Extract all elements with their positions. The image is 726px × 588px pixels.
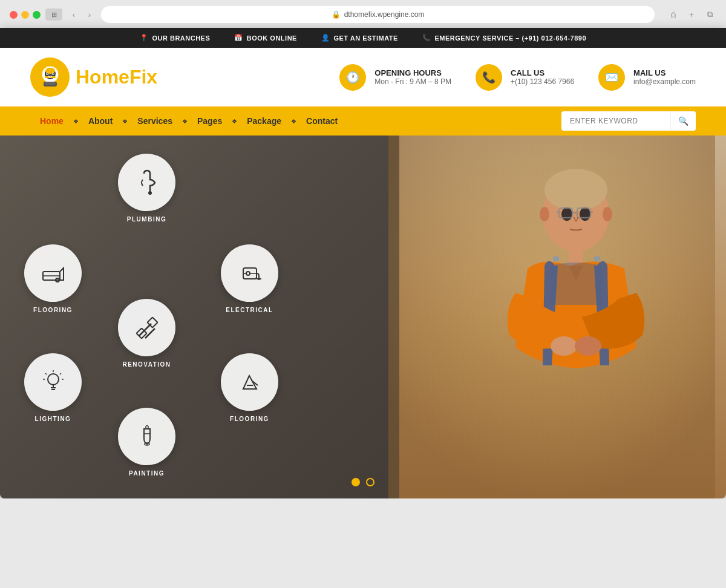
logo-normal: Home xyxy=(76,66,129,88)
service-renovation[interactable]: RENOVATION xyxy=(118,299,175,368)
svg-point-37 xyxy=(580,207,590,221)
flooring-label: FLOORING xyxy=(24,307,82,313)
book-online-link[interactable]: 📅 BOOK ONLINE xyxy=(234,34,297,42)
svg-point-43 xyxy=(540,207,549,221)
maximize-button[interactable] xyxy=(33,11,41,19)
svg-line-28 xyxy=(60,373,61,374)
sidebar-toggle[interactable]: ⊞ xyxy=(45,8,62,21)
slider-dots xyxy=(352,478,374,486)
flooring2-label: FLOORING xyxy=(221,416,278,422)
logo-icon xyxy=(30,57,70,97)
svg-point-36 xyxy=(561,207,572,221)
branches-link[interactable]: 📍 OUR BRANCHES xyxy=(140,34,210,42)
svg-rect-48 xyxy=(553,256,559,261)
logo-text: HomeFix xyxy=(76,66,157,88)
svg-point-44 xyxy=(603,207,612,221)
svg-point-8 xyxy=(53,73,54,74)
service-lighting[interactable]: LIGHTING xyxy=(24,353,82,422)
mail-text: MAIL US info@example.com xyxy=(633,68,696,86)
security-icon: 🔒 xyxy=(332,10,341,19)
new-tab-button[interactable]: + xyxy=(685,8,698,21)
service-flooring[interactable]: FLOORING xyxy=(24,244,82,313)
forward-button[interactable]: › xyxy=(83,8,96,21)
call-icon: 📞 xyxy=(476,64,502,91)
dot-1[interactable] xyxy=(352,478,360,486)
service-plumbing[interactable]: PLUMBING xyxy=(118,154,175,223)
lighting-label: LIGHTING xyxy=(24,416,82,422)
painting-label: PAINTING xyxy=(118,470,175,477)
nav-sep-5: ❖ xyxy=(291,118,296,125)
hero-section: PLUMBING FLOORING xyxy=(0,136,726,498)
electrical-label: ELECTRICAL xyxy=(221,307,278,313)
svg-point-35 xyxy=(544,169,607,211)
call-title: CALL US xyxy=(511,68,574,77)
opening-hours-subtitle: Mon - Fri : 9 AM – 8 PM xyxy=(374,77,451,86)
estimate-link[interactable]: 👤 GET AN ESTIMATE xyxy=(321,34,398,42)
nav-bar: Home ❖ About ❖ Services ❖ Pages ❖ Packag… xyxy=(0,106,726,136)
nav-home[interactable]: Home xyxy=(30,106,73,136)
svg-rect-49 xyxy=(594,256,600,261)
opening-hours-info: 🕐 OPENING HOURS Mon - Fri : 9 AM – 8 PM xyxy=(339,64,451,91)
logo-bold: Fix xyxy=(129,66,157,88)
svg-line-27 xyxy=(45,373,47,374)
service-electrical[interactable]: ELECTRICAL xyxy=(221,244,278,313)
mail-title: MAIL US xyxy=(633,68,696,77)
svg-rect-10 xyxy=(45,82,56,85)
nav-sep-4: ❖ xyxy=(232,118,237,125)
svg-point-16 xyxy=(246,272,250,275)
estimate-icon: 👤 xyxy=(321,34,330,42)
phone-icon: 📞 xyxy=(422,34,431,42)
back-button[interactable]: ‹ xyxy=(67,8,80,21)
windows-button[interactable]: ⧉ xyxy=(703,8,716,21)
plumbing-label: PLUMBING xyxy=(118,216,175,223)
browser-window: 📍 OUR BRANCHES 📅 BOOK ONLINE 👤 GET AN ES… xyxy=(0,28,726,498)
nav-sep-3: ❖ xyxy=(182,118,188,125)
mail-info: ✉️ MAIL US info@example.com xyxy=(598,64,696,91)
opening-hours-text: OPENING HOURS Mon - Fri : 9 AM – 8 PM xyxy=(374,68,451,86)
nav-pages[interactable]: Pages xyxy=(188,106,232,136)
search-input[interactable] xyxy=(561,112,670,130)
minimize-button[interactable] xyxy=(21,11,29,19)
service-painting[interactable]: PAINTING xyxy=(118,408,175,477)
search-bar[interactable]: 🔍 xyxy=(561,111,696,131)
nav-sep-2: ❖ xyxy=(122,118,128,125)
dot-2[interactable] xyxy=(366,478,374,486)
location-icon: 📍 xyxy=(140,34,149,42)
service-flooring2[interactable]: FLOORING xyxy=(221,353,278,422)
url-text: dthomefix.wpengine.com xyxy=(344,10,425,19)
svg-point-23 xyxy=(48,374,59,385)
address-bar[interactable]: 🔒 dthomefix.wpengine.com xyxy=(101,6,655,23)
opening-hours-title: OPENING HOURS xyxy=(374,68,451,77)
renovation-label: RENOVATION xyxy=(118,361,175,368)
svg-point-11 xyxy=(148,191,152,195)
svg-point-46 xyxy=(551,336,577,356)
nav-contact[interactable]: Contact xyxy=(296,106,347,136)
call-subtitle: +(10) 123 456 7966 xyxy=(511,77,574,86)
call-text: CALL US +(10) 123 456 7966 xyxy=(511,68,574,86)
emergency-label: EMERGENCY SERVICE – (+91) 012-654-7890 xyxy=(434,34,586,42)
services-area: PLUMBING FLOORING xyxy=(24,154,339,480)
mail-subtitle: info@example.com xyxy=(633,77,696,86)
clock-icon: 🕐 xyxy=(339,64,366,91)
book-icon: 📅 xyxy=(234,34,243,42)
estimate-label: GET AN ESTIMATE xyxy=(333,34,398,42)
worker-image xyxy=(378,136,726,498)
nav-package[interactable]: Package xyxy=(237,106,291,136)
svg-point-47 xyxy=(575,336,601,356)
top-bar: 📍 OUR BRANCHES 📅 BOOK ONLINE 👤 GET AN ES… xyxy=(0,28,726,48)
nav-sep-1: ❖ xyxy=(73,118,79,125)
book-label: BOOK ONLINE xyxy=(247,34,297,42)
nav-about[interactable]: About xyxy=(79,106,122,136)
branches-label: OUR BRANCHES xyxy=(152,34,210,42)
close-button[interactable] xyxy=(10,11,18,19)
logo[interactable]: HomeFix xyxy=(30,57,157,97)
emergency-link[interactable]: 📞 EMERGENCY SERVICE – (+91) 012-654-7890 xyxy=(422,34,586,42)
search-button[interactable]: 🔍 xyxy=(670,111,696,131)
svg-point-7 xyxy=(47,73,48,74)
nav-links: Home ❖ About ❖ Services ❖ Pages ❖ Packag… xyxy=(30,106,561,136)
nav-services[interactable]: Services xyxy=(128,106,182,136)
mail-icon: ✉️ xyxy=(598,64,625,91)
share-button[interactable]: ⎙ xyxy=(667,8,680,21)
call-info: 📞 CALL US +(10) 123 456 7966 xyxy=(476,64,574,91)
site-header: HomeFix 🕐 OPENING HOURS Mon - Fri : 9 AM… xyxy=(0,48,726,106)
